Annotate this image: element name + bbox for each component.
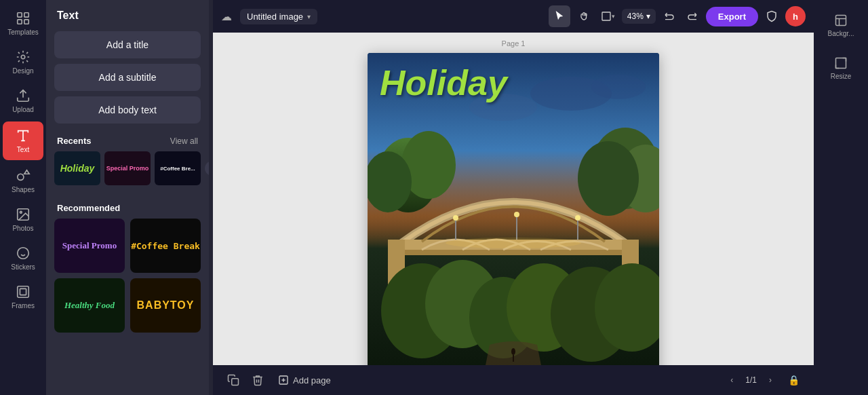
background-panel-label: Backgr... bbox=[828, 30, 854, 37]
shield-button[interactable] bbox=[761, 5, 783, 27]
sidebar-item-photos[interactable]: Photos bbox=[3, 202, 43, 238]
zoom-control[interactable]: 43% ▾ bbox=[622, 9, 656, 24]
view-all-button[interactable]: View all bbox=[170, 136, 198, 146]
page-navigation: ‹ 1/1 › 🔒 bbox=[724, 371, 803, 390]
add-title-button[interactable]: Add a title bbox=[54, 31, 201, 58]
sidebar-item-text[interactable]: Text bbox=[3, 121, 43, 160]
cursor-icon bbox=[554, 11, 565, 22]
copy-page-button[interactable] bbox=[224, 371, 243, 390]
design-icon bbox=[16, 50, 31, 64]
cursor-tool-button[interactable] bbox=[549, 5, 570, 27]
photos-icon bbox=[16, 207, 31, 222]
background-panel-button[interactable]: Backgr... bbox=[819, 8, 863, 43]
frame-icon bbox=[601, 11, 612, 22]
text-icon bbox=[16, 128, 31, 143]
canvas-overlay-text[interactable]: Holiday bbox=[380, 65, 507, 100]
sidebar-item-stickers[interactable]: Stickers bbox=[3, 240, 43, 276]
recommended-grid: Special Promo #Coffee Break Healthy Food… bbox=[46, 219, 209, 338]
sidebar-label-shapes: Shapes bbox=[12, 186, 35, 193]
svg-marker-6 bbox=[24, 170, 29, 174]
next-page-button[interactable]: › bbox=[762, 372, 778, 388]
text-panel: Text Add a title Add a subtitle Add body… bbox=[46, 0, 209, 395]
recent-item-1[interactable]: Holiday bbox=[54, 151, 100, 185]
user-avatar[interactable]: h bbox=[785, 6, 806, 26]
sidebar-item-design[interactable]: Design bbox=[3, 44, 43, 80]
sidebar-label-stickers: Stickers bbox=[11, 263, 35, 271]
add-page-button[interactable]: Add page bbox=[273, 372, 336, 388]
hand-icon bbox=[578, 11, 589, 22]
rec-item-4[interactable]: BABYTOY bbox=[130, 278, 201, 333]
stickers-icon bbox=[16, 246, 31, 261]
canvas-workspace[interactable]: Page 1 bbox=[213, 33, 814, 365]
rec-item-1-text: Special Promo bbox=[62, 240, 117, 251]
resize-panel-label: Resize bbox=[831, 73, 852, 80]
icon-sidebar: Templates Design Upload Text bbox=[0, 0, 46, 395]
zoom-level: 43% bbox=[627, 12, 644, 21]
shield-icon bbox=[766, 10, 778, 22]
undo-button[interactable] bbox=[658, 5, 680, 27]
recent-item-2-text: Special Promo bbox=[106, 165, 149, 172]
recent-item-2[interactable]: Special Promo bbox=[104, 151, 151, 185]
copy-icon bbox=[227, 374, 239, 386]
redo-button[interactable] bbox=[682, 5, 703, 27]
zoom-chevron-icon: ▾ bbox=[646, 12, 650, 21]
rec-item-2[interactable]: #Coffee Break bbox=[130, 219, 201, 273]
sidebar-label-templates: Templates bbox=[7, 29, 39, 36]
main-area: ☁ Untitled image ▾ bbox=[213, 0, 814, 395]
svg-rect-1 bbox=[24, 13, 28, 17]
svg-point-8 bbox=[20, 211, 22, 213]
add-page-icon bbox=[278, 375, 289, 385]
frame-dropdown-icon: ▾ bbox=[612, 13, 615, 20]
sidebar-item-templates[interactable]: Templates bbox=[3, 5, 43, 41]
shapes-icon bbox=[16, 168, 31, 183]
recent-item-3-text: #Coffee Bre... bbox=[160, 166, 195, 172]
upload-icon bbox=[16, 88, 31, 103]
sidebar-label-text: Text bbox=[17, 146, 29, 153]
canvas-page: Holiday bbox=[368, 53, 659, 365]
add-body-button[interactable]: Add body text bbox=[54, 96, 201, 124]
svg-point-15 bbox=[591, 75, 646, 99]
page-label: Page 1 bbox=[502, 39, 526, 48]
svg-rect-2 bbox=[18, 20, 22, 24]
rec-item-4-text: BABYTOY bbox=[137, 299, 195, 312]
svg-rect-46 bbox=[836, 16, 846, 26]
svg-point-32 bbox=[575, 215, 580, 221]
frame-tool-button[interactable]: ▾ bbox=[597, 5, 619, 27]
page-counter: 1/1 bbox=[745, 375, 757, 385]
sidebar-item-upload[interactable]: Upload bbox=[3, 83, 43, 119]
lock-button[interactable]: 🔒 bbox=[784, 371, 803, 390]
sidebar-label-frames: Frames bbox=[12, 302, 35, 309]
rec-item-3-text: Healthy Food bbox=[64, 300, 115, 311]
cloud-icon: ☁ bbox=[221, 10, 232, 23]
svg-rect-12 bbox=[602, 12, 610, 20]
toolbar-tools: ▾ 43% ▾ bbox=[549, 5, 806, 27]
recommended-title: Recommended bbox=[57, 203, 120, 213]
sidebar-label-upload: Upload bbox=[12, 106, 34, 113]
sidebar-label-design: Design bbox=[12, 67, 33, 75]
text-panel-header: Text bbox=[46, 0, 209, 29]
svg-point-40 bbox=[511, 348, 515, 355]
recents-section-header: Recents View all bbox=[46, 126, 209, 151]
recents-row: Holiday Special Promo #Coffee Bre... › bbox=[46, 151, 209, 193]
svg-point-33 bbox=[446, 238, 581, 248]
rec-item-3[interactable]: Healthy Food bbox=[54, 278, 125, 333]
recent-item-3[interactable]: #Coffee Bre... bbox=[155, 151, 201, 185]
svg-point-22 bbox=[578, 141, 639, 216]
sidebar-item-shapes[interactable]: Shapes bbox=[3, 163, 43, 199]
svg-rect-47 bbox=[836, 58, 846, 69]
sidebar-item-frames[interactable]: Frames bbox=[3, 279, 43, 315]
svg-rect-11 bbox=[20, 288, 26, 295]
export-button[interactable]: Export bbox=[706, 7, 758, 26]
delete-page-button[interactable] bbox=[248, 371, 267, 390]
resize-panel-button[interactable]: Resize bbox=[819, 51, 863, 86]
rec-item-1[interactable]: Special Promo bbox=[54, 219, 125, 273]
prev-page-button[interactable]: ‹ bbox=[724, 372, 740, 388]
svg-point-28 bbox=[453, 215, 458, 221]
trash-icon bbox=[252, 374, 264, 386]
hand-tool-button[interactable] bbox=[573, 5, 595, 27]
svg-point-4 bbox=[21, 55, 25, 59]
svg-rect-24 bbox=[388, 250, 639, 255]
doc-title: Untitled image bbox=[247, 12, 303, 22]
add-subtitle-button[interactable]: Add a subtitle bbox=[54, 64, 201, 91]
doc-title-area[interactable]: Untitled image ▾ bbox=[240, 9, 317, 24]
